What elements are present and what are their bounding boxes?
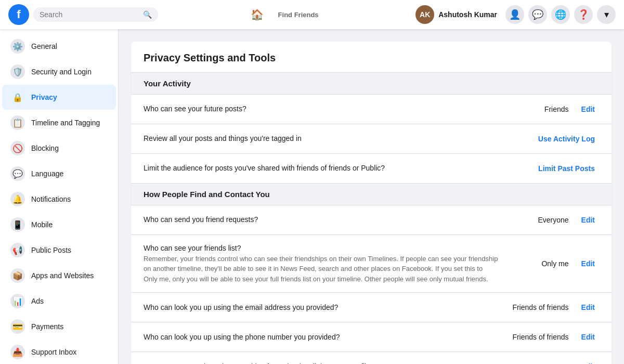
friends-list-edit-button[interactable]: Edit (577, 257, 599, 270)
search-engines-edit-button[interactable]: Edit (577, 360, 599, 364)
search-icon[interactable]: 🔍 (143, 10, 152, 19)
sidebar-item-label: Support Inbox (31, 348, 76, 356)
future-posts-description: Who can see your future posts? (144, 104, 498, 114)
page-title: Privacy Settings and Tools (131, 42, 612, 72)
friends-list-description: Who can see your friends list? Remember,… (144, 243, 498, 284)
page-layout: ⚙️ General 🛡️ Security and Login 🔒 Priva… (0, 29, 624, 364)
blocking-icon: 🚫 (10, 141, 25, 155)
email-lookup-action: Edit (577, 301, 599, 314)
user-account-button[interactable]: AK Ashutosh Kumar (411, 3, 501, 26)
sidebar-item-blocking[interactable]: 🚫 Blocking (2, 136, 116, 161)
email-lookup-description: Who can look you up using the email addr… (144, 303, 498, 313)
sidebar-item-payments[interactable]: 💳 Payments (2, 314, 116, 339)
friends-list-value: Only me (506, 259, 569, 268)
limit-posts-row: Limit the audience for posts you've shar… (131, 154, 612, 183)
security-icon: 🛡️ (10, 64, 25, 79)
friends-list-detail: Remember, your friends control who can s… (144, 255, 498, 283)
sidebar-item-language[interactable]: 💬 Language (2, 161, 116, 186)
main-content: Privacy Settings and Tools Your Activity… (119, 29, 624, 364)
timeline-icon: 📋 (10, 115, 25, 130)
phone-lookup-edit-button[interactable]: Edit (577, 331, 599, 343)
email-lookup-row: Who can look you up using the email addr… (131, 293, 612, 322)
sidebar-item-label: Apps and Websites (31, 271, 94, 280)
your-activity-header: Your Activity (131, 72, 612, 95)
sidebar-item-security[interactable]: 🛡️ Security and Login (2, 59, 116, 84)
future-posts-edit-button[interactable]: Edit (577, 103, 599, 115)
sidebar-item-label: General (31, 42, 57, 50)
sidebar-item-label: Privacy (31, 93, 57, 101)
friend-requests-edit-button[interactable]: Edit (577, 214, 599, 226)
use-activity-log-button[interactable]: Use Activity Log (534, 133, 599, 145)
top-navigation: f 🔍 🏠 Find Friends AK Ashutosh Kumar 👤 💬… (0, 0, 624, 29)
nav-center: 🏠 Find Friends (162, 2, 407, 27)
future-posts-action: Edit (577, 103, 599, 115)
chevron-down-icon[interactable]: ▾ (597, 5, 616, 24)
friends-list-row: Who can see your friends list? Remember,… (131, 235, 612, 293)
phone-lookup-action: Edit (577, 331, 599, 343)
sidebar-item-public-posts[interactable]: 📢 Public Posts (2, 238, 116, 263)
search-engines-row: Do you want search engines outside of Fa… (131, 352, 612, 364)
support-icon: 📥 (10, 345, 25, 359)
sidebar-item-timeline[interactable]: 📋 Timeline and Tagging (2, 110, 116, 135)
limit-past-posts-button[interactable]: Limit Past Posts (534, 162, 599, 175)
friend-requests-action: Edit (577, 214, 599, 226)
messenger-icon[interactable]: 💬 (528, 5, 547, 24)
sidebar-item-label: Notifications (31, 195, 71, 203)
friends-list-action: Edit (577, 257, 599, 270)
help-icon[interactable]: ❓ (574, 5, 593, 24)
sidebar-item-mobile[interactable]: 📱 Mobile (2, 212, 116, 237)
email-lookup-value: Friends of friends (506, 303, 569, 311)
sidebar-item-support[interactable]: 📥 Support Inbox (2, 340, 116, 364)
phone-lookup-description: Who can look you up using the phone numb… (144, 332, 498, 343)
facebook-logo: f (8, 4, 29, 25)
sidebar-item-label: Language (31, 170, 63, 178)
search-bar[interactable]: 🔍 (33, 7, 158, 22)
phone-lookup-row: Who can look you up using the phone numb… (131, 322, 612, 352)
sidebar-item-label: Timeline and Tagging (31, 119, 100, 127)
globe-icon[interactable]: 🌐 (551, 5, 570, 24)
home-nav-button[interactable]: 🏠 (245, 2, 270, 27)
language-icon: 💬 (10, 166, 25, 181)
notifications-icon: 🔔 (10, 192, 25, 206)
your-activity-section: Your Activity Who can see your future po… (131, 72, 612, 183)
future-posts-value: Friends (506, 105, 569, 113)
sidebar-item-label: Mobile (31, 220, 53, 229)
limit-posts-action: Limit Past Posts (534, 162, 599, 175)
payments-icon: 💳 (10, 319, 25, 334)
find-friends-nav-button[interactable]: Find Friends (272, 2, 325, 27)
settings-card: Privacy Settings and Tools Your Activity… (131, 42, 612, 364)
friend-requests-description: Who can send you friend requests? (144, 215, 498, 225)
review-posts-action: Use Activity Log (534, 133, 599, 145)
how-people-find-header: How People Find and Contact You (131, 183, 612, 205)
avatar: AK (415, 5, 434, 24)
search-engines-action: Edit (577, 360, 599, 364)
sidebar-item-general[interactable]: ⚙️ General (2, 34, 116, 59)
sidebar-item-ads[interactable]: 📊 Ads (2, 289, 116, 314)
future-posts-row: Who can see your future posts? Friends E… (131, 95, 612, 124)
email-lookup-edit-button[interactable]: Edit (577, 301, 599, 314)
search-engines-description: Do you want search engines outside of Fa… (144, 362, 498, 364)
ads-icon: 📊 (10, 294, 25, 308)
limit-posts-description: Limit the audience for posts you've shar… (144, 163, 455, 174)
sidebar-item-privacy[interactable]: 🔒 Privacy (2, 85, 116, 110)
review-posts-row: Review all your posts and things you're … (131, 124, 612, 154)
friend-requests-row: Who can send you friend requests? Everyo… (131, 205, 612, 235)
sidebar-item-label: Public Posts (31, 246, 71, 254)
sidebar-item-label: Security and Login (31, 68, 92, 76)
sidebar: ⚙️ General 🛡️ Security and Login 🔒 Priva… (0, 29, 119, 364)
sidebar-item-label: Payments (31, 322, 63, 331)
sidebar-item-label: Blocking (31, 144, 59, 152)
how-people-find-section: How People Find and Contact You Who can … (131, 183, 612, 364)
sidebar-item-notifications[interactable]: 🔔 Notifications (2, 187, 116, 212)
search-input[interactable] (40, 10, 139, 19)
review-posts-description: Review all your posts and things you're … (144, 134, 455, 144)
public-posts-icon: 📢 (10, 243, 25, 257)
sidebar-item-label: Ads (31, 297, 44, 305)
friends-request-icon[interactable]: 👤 (505, 5, 524, 24)
apps-icon: 📦 (10, 268, 25, 283)
sidebar-item-apps[interactable]: 📦 Apps and Websites (2, 263, 116, 288)
nav-right: AK Ashutosh Kumar 👤 💬 🌐 ❓ ▾ (411, 3, 616, 26)
privacy-icon: 🔒 (10, 90, 25, 105)
mobile-icon: 📱 (10, 217, 25, 232)
general-icon: ⚙️ (10, 39, 25, 54)
